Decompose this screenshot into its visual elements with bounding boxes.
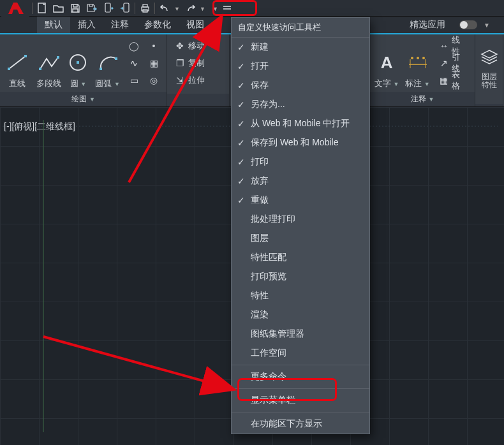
separator bbox=[154, 3, 155, 14]
tool-rect[interactable]: ▭ bbox=[125, 73, 143, 88]
svg-rect-13 bbox=[100, 68, 102, 70]
print-icon[interactable] bbox=[138, 1, 152, 15]
ribbon-panel-modify: ✥移动 ❐复制 ⇲拉伸 bbox=[167, 34, 230, 106]
dropdown-item[interactable]: 渲染 bbox=[232, 305, 369, 325]
tool-circle-label: 圆 bbox=[70, 78, 78, 88]
dropdown-item-show-menubar[interactable]: 显示菜单栏 bbox=[232, 391, 369, 410]
new-icon[interactable] bbox=[35, 1, 49, 15]
web-open-icon[interactable] bbox=[101, 1, 115, 15]
dropdown-item[interactable]: 打开 bbox=[232, 57, 369, 76]
dropdown-item-show-below-ribbon[interactable]: 在功能区下方显示 bbox=[232, 414, 369, 434]
svg-rect-2 bbox=[124, 3, 129, 12]
line-icon bbox=[6, 50, 28, 75]
ribbon-panel-draw: 直线 多段线 圆 ▼ 圆弧 ▼ bbox=[0, 34, 167, 106]
svg-rect-12 bbox=[77, 61, 79, 64]
tool-move[interactable]: ✥移动 bbox=[171, 38, 208, 54]
dropdown-item[interactable]: 特性 bbox=[232, 286, 369, 305]
dropdown-item[interactable]: 打印 bbox=[232, 152, 369, 171]
tool-polyline-label: 多段线 bbox=[36, 78, 61, 89]
rect-icon: ▭ bbox=[128, 75, 140, 86]
dropdown-item[interactable]: 重做 bbox=[232, 191, 369, 210]
leader-icon: ↗ bbox=[438, 57, 449, 69]
tool-line[interactable]: 直线 bbox=[4, 38, 31, 89]
tool-spline[interactable]: ∿ bbox=[125, 55, 143, 71]
qat-overflow-icon[interactable] bbox=[221, 1, 233, 15]
panel-title-annotate[interactable]: 注释▼ bbox=[370, 92, 475, 106]
ribbon-panel-annotate: A 文字 ▼ 标注 ▼ ↔线性 ↗引线 ▦表格 注释▼ bbox=[370, 34, 475, 106]
svg-rect-7 bbox=[8, 68, 10, 70]
dot-icon: • bbox=[148, 40, 159, 52]
undo-chevron-down-icon[interactable]: ▼ bbox=[174, 6, 181, 12]
open-icon[interactable] bbox=[52, 1, 66, 15]
separator bbox=[32, 3, 33, 14]
redo-icon[interactable] bbox=[183, 1, 197, 15]
tool-hatch[interactable]: • bbox=[145, 38, 163, 54]
ellipse-icon: ◯ bbox=[128, 40, 140, 52]
dropdown-item[interactable]: 放弃 bbox=[232, 171, 369, 191]
tool-layer-properties[interactable]: 图层 特性 bbox=[478, 38, 500, 89]
copy-icon: ❐ bbox=[174, 57, 186, 69]
tool-line-label: 直线 bbox=[9, 78, 26, 89]
dropdown-item[interactable]: 图层 bbox=[232, 229, 369, 248]
tab-annotate[interactable]: 注释 bbox=[103, 17, 137, 33]
save-icon[interactable] bbox=[68, 1, 82, 15]
tool-arc-label: 圆弧 bbox=[95, 78, 112, 88]
tab-default[interactable]: 默认 bbox=[37, 17, 70, 33]
viewport-label[interactable]: [-][俯视][二维线框] bbox=[4, 121, 75, 133]
svg-point-19 bbox=[417, 57, 419, 59]
dropdown-item[interactable]: 保存到 Web 和 Mobile bbox=[232, 133, 369, 152]
svg-rect-8 bbox=[24, 55, 27, 57]
tool-ellipse[interactable]: ◯ bbox=[125, 38, 143, 54]
linear-icon: ↔ bbox=[438, 40, 449, 52]
dropdown-item[interactable]: 工作空间 bbox=[232, 344, 369, 363]
tab-parametric[interactable]: 参数化 bbox=[137, 17, 179, 33]
svg-rect-10 bbox=[57, 56, 59, 59]
tool-misc1[interactable]: ▦ bbox=[145, 55, 163, 71]
tool-dimension[interactable]: 标注 ▼ bbox=[403, 38, 431, 89]
tool-polyline[interactable]: 多段线 bbox=[35, 38, 63, 89]
redo-chevron-down-icon[interactable]: ▼ bbox=[200, 6, 206, 12]
tool-text[interactable]: A 文字 ▼ bbox=[374, 38, 399, 89]
dimension-icon bbox=[406, 50, 428, 75]
spline-icon: ∿ bbox=[128, 57, 140, 69]
tool-stretch[interactable]: ⇲拉伸 bbox=[171, 73, 208, 88]
dropdown-item[interactable]: 特性匹配 bbox=[232, 248, 369, 267]
panel-title-modify[interactable] bbox=[167, 94, 229, 106]
dropdown-separator bbox=[232, 412, 369, 412]
web-save-icon[interactable] bbox=[118, 1, 132, 15]
dropdown-item[interactable]: 保存 bbox=[232, 76, 369, 95]
tool-misc2[interactable]: ◎ bbox=[145, 73, 163, 88]
dropdown-item[interactable]: 批处理打印 bbox=[232, 210, 369, 229]
grid-icon: ▦ bbox=[148, 57, 159, 69]
dropdown-item[interactable]: 从 Web 和 Mobile 中打开 bbox=[232, 114, 369, 133]
undo-icon[interactable] bbox=[158, 1, 172, 15]
saveas-icon[interactable] bbox=[85, 1, 99, 15]
qat-customize-chevron-icon[interactable]: ▼ bbox=[212, 6, 219, 12]
stretch-icon: ⇲ bbox=[174, 75, 186, 86]
tab-insert[interactable]: 插入 bbox=[70, 17, 103, 33]
tab-view[interactable]: 视图 bbox=[179, 17, 212, 33]
dropdown-separator bbox=[232, 388, 369, 389]
dropdown-item[interactable]: 另存为... bbox=[232, 95, 369, 114]
dropdown-item-more-commands[interactable]: 更多命令... bbox=[232, 367, 369, 386]
dropdown-item[interactable]: 图纸集管理器 bbox=[232, 325, 369, 344]
layers-icon bbox=[478, 45, 500, 70]
tab-featured-apps[interactable]: 精选应用 bbox=[402, 17, 453, 33]
ring-icon: ◎ bbox=[148, 75, 159, 86]
tool-table[interactable]: ▦表格 bbox=[435, 73, 471, 88]
dropdown-item[interactable]: 打印预览 bbox=[232, 267, 369, 286]
tool-arc[interactable]: 圆弧 ▼ bbox=[94, 38, 121, 89]
arc-icon bbox=[97, 50, 119, 75]
tool-circle[interactable]: 圆 ▼ bbox=[66, 38, 91, 89]
dropdown-item[interactable]: 新建 bbox=[232, 38, 369, 57]
chevron-down-icon[interactable]: ▼ bbox=[484, 22, 490, 29]
panel-title-draw[interactable]: 绘图▼ bbox=[0, 92, 167, 106]
polyline-icon bbox=[38, 50, 59, 75]
dropdown-separator bbox=[232, 365, 369, 365]
ribbon-toggle[interactable] bbox=[459, 20, 477, 29]
dropdown-title: 自定义快速访问工具栏 bbox=[232, 18, 369, 38]
ribbon-panel-layer: 图层 特性 bbox=[475, 34, 503, 106]
tool-copy[interactable]: ❐复制 bbox=[171, 55, 208, 71]
svg-rect-1 bbox=[105, 3, 110, 12]
svg-rect-9 bbox=[39, 68, 41, 70]
